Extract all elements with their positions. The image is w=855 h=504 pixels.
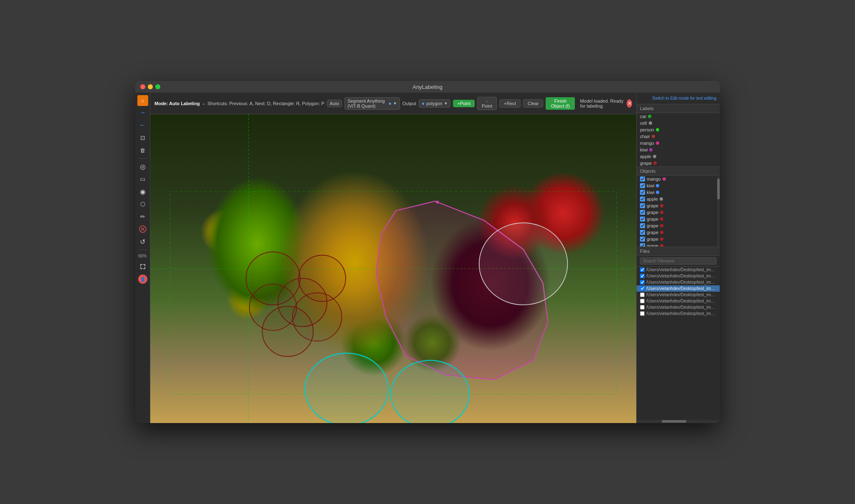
file-item[interactable]: /Users/vietanhdev/Desktop/test_image — [637, 292, 720, 298]
svg-point-23 — [293, 293, 342, 341]
output-dropdown[interactable]: ● polygon ▼ — [419, 99, 451, 108]
svg-point-24 — [250, 284, 297, 330]
svg-rect-4 — [140, 264, 141, 266]
add-rect-button[interactable]: +Rect — [499, 99, 521, 108]
object-color-dot — [663, 177, 666, 181]
label-color-dot — [656, 128, 659, 131]
switch-edit-button[interactable]: Switch to Edit mode for text editing — [652, 96, 716, 101]
canvas-background — [150, 114, 636, 423]
maximize-button[interactable] — [155, 84, 160, 89]
close-button[interactable] — [140, 84, 145, 89]
polygon-tool-button[interactable]: ⬡ — [137, 198, 149, 210]
svg-point-16 — [305, 353, 388, 423]
home-button[interactable]: ⌂ — [137, 95, 148, 106]
minimize-button[interactable] — [148, 84, 153, 89]
ellipse-tool-button[interactable]: ◉ — [137, 186, 149, 197]
image-area[interactable] — [150, 114, 636, 423]
object-checkbox[interactable] — [640, 217, 645, 222]
label-item: person — [637, 126, 720, 133]
object-checkbox[interactable] — [640, 243, 645, 247]
output-label: Output — [402, 101, 416, 106]
svg-rect-6 — [144, 264, 145, 266]
polygon-icon: ⬡ — [140, 201, 145, 207]
fit-icon — [139, 263, 147, 270]
clear-button[interactable]: Clear — [523, 99, 543, 108]
object-color-dot — [660, 197, 663, 201]
file-item[interactable]: /Users/vietanhdev/Desktop/test_image — [637, 267, 720, 273]
object-checkbox[interactable] — [640, 223, 645, 228]
objects-section: Objects mango kiwi kiwi — [637, 167, 720, 247]
delete-button[interactable]: 🗑 — [137, 144, 149, 156]
file-checkbox[interactable] — [640, 280, 645, 285]
file-item[interactable]: /Users/vietanhdev/Desktop/test_image — [637, 304, 720, 310]
save-button[interactable]: ⊡ — [137, 132, 149, 144]
error-button[interactable] — [137, 223, 149, 235]
label-text: apple — [640, 154, 651, 159]
file-checkbox[interactable] — [640, 274, 645, 278]
object-checkbox[interactable] — [640, 210, 645, 215]
filename-search-input[interactable] — [640, 257, 716, 265]
shortcuts-label: Shortcuts: Previous: A, Next: D, Rectang… — [207, 101, 324, 106]
undo-button[interactable]: ↺ — [137, 236, 149, 247]
file-checkbox[interactable] — [640, 267, 645, 272]
label-text: person — [640, 127, 654, 132]
object-name: grape — [647, 210, 658, 215]
file-item[interactable]: /Users/vietanhdev/Desktop/test_image — [637, 310, 720, 317]
objects-header: Objects — [637, 167, 720, 176]
label-color-dot — [649, 121, 652, 125]
objects-scrollbar-thumb[interactable] — [717, 179, 720, 199]
object-checkbox[interactable] — [640, 203, 645, 208]
object-checkbox[interactable] — [640, 197, 645, 202]
object-item: grape — [637, 202, 720, 209]
pen-tool-button[interactable]: ✏ — [137, 211, 149, 222]
file-item[interactable]: /Users/vietanhdev/Desktop/test_image — [637, 273, 720, 279]
object-name: apple — [647, 197, 658, 202]
svg-point-18 — [479, 223, 568, 305]
file-item[interactable]: /Users/vietanhdev/Desktop/test_image — [637, 298, 720, 304]
close-auto-icon: ✕ — [627, 101, 632, 106]
label-item: car — [637, 113, 720, 120]
fit-button[interactable] — [137, 261, 149, 272]
file-item-active[interactable]: /Users/vietanhdev/Desktop/test_image — [637, 285, 720, 292]
label-color-dot — [652, 135, 655, 138]
object-checkbox[interactable] — [640, 237, 645, 242]
circle-tool-button[interactable]: ◎ — [137, 161, 149, 172]
rect-tool-button[interactable]: ▭ — [137, 173, 149, 185]
svg-point-19 — [246, 252, 300, 305]
prev-button[interactable]: ← — [137, 119, 149, 131]
close-auto-button[interactable]: ✕ — [627, 99, 632, 108]
files-scrollbar-track[interactable] — [637, 420, 720, 423]
object-item: kiwi — [637, 189, 720, 196]
auto-dropdown[interactable]: Auto — [327, 100, 342, 107]
labels-header: Labels — [637, 104, 720, 113]
object-name: grape — [647, 223, 658, 228]
finish-object-button[interactable]: Finish Object (f) — [546, 97, 575, 110]
object-checkbox[interactable] — [640, 176, 645, 181]
label-text: mango — [640, 141, 654, 146]
object-color-dot — [660, 244, 663, 247]
objects-scrollbar-track[interactable] — [717, 174, 720, 247]
svg-point-22 — [298, 255, 346, 302]
svg-point-21 — [262, 306, 313, 356]
file-checkbox[interactable] — [640, 305, 645, 310]
model-status-icon: ● — [389, 101, 392, 106]
avatar-button[interactable]: 👤 — [137, 273, 149, 285]
next-button[interactable]: → — [137, 107, 149, 118]
files-scrollbar-thumb[interactable] — [662, 420, 687, 423]
file-checkbox[interactable] — [640, 286, 645, 291]
file-checkbox[interactable] — [640, 292, 645, 297]
file-checkbox[interactable] — [640, 311, 645, 316]
add-point-button[interactable]: +Point — [453, 100, 475, 107]
label-color-dot — [653, 155, 656, 158]
undo-icon: ↺ — [140, 238, 145, 246]
file-item[interactable]: /Users/vietanhdev/Desktop/test_image — [637, 279, 720, 285]
object-checkbox[interactable] — [640, 230, 645, 235]
file-path: /Users/vietanhdev/Desktop/test_image — [646, 292, 716, 297]
mode-info: Mode: Auto Labeling – Shortcuts: Previou… — [154, 101, 324, 106]
object-checkbox[interactable] — [640, 190, 645, 195]
pen-icon: ✏ — [140, 213, 145, 220]
object-checkbox[interactable] — [640, 183, 645, 188]
remove-point-button[interactable]: -Point — [477, 97, 497, 110]
model-dropdown[interactable]: Segment Anything (ViT-B Quant) ● ▼ — [344, 97, 400, 110]
file-checkbox[interactable] — [640, 299, 645, 303]
